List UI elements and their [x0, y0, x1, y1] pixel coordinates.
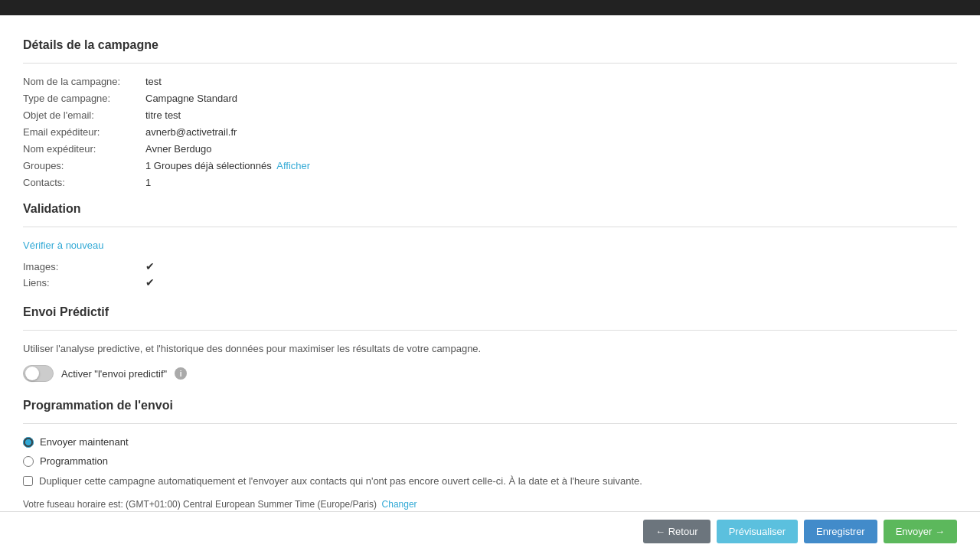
programmation-section: Programmation de l'envoi Envoyer mainten…: [23, 399, 957, 510]
email-subject-row: Objet de l'email: titre test: [23, 109, 957, 121]
radio-prog-label[interactable]: Programmation: [40, 455, 108, 467]
sender-name-value: Avner Berdugo: [145, 143, 212, 155]
validation-section: Validation Vérifier à nouveau Images: ✔ …: [23, 202, 957, 289]
email-subject-label: Objet de l'email:: [23, 109, 145, 121]
sender-name-row: Nom expéditeur: Avner Berdugo: [23, 143, 957, 155]
campaign-name-value: test: [145, 76, 162, 87]
liens-check-row: Liens: ✔: [23, 276, 957, 289]
programmation-title: Programmation de l'envoi: [23, 399, 957, 412]
campaign-type-value: Campagne Standard: [145, 93, 237, 104]
email-sender-row: Email expéditeur: avnerb@activetrail.fr: [23, 126, 957, 138]
liens-label: Liens:: [23, 277, 145, 289]
timezone-text: Votre fuseau horaire est: (GMT+01:00) Ce…: [23, 499, 957, 510]
envoi-desc: Utiliser l'analyse predictive, et l'hist…: [23, 343, 957, 354]
email-sender-label: Email expéditeur:: [23, 126, 145, 138]
envoi-predictif-title: Envoi Prédictif: [23, 305, 957, 319]
email-sender-value: avnerb@activetrail.fr: [145, 126, 237, 138]
duplicate-checkbox[interactable]: [23, 476, 33, 486]
images-check-row: Images: ✔: [23, 260, 957, 272]
radio-prog[interactable]: [23, 456, 34, 467]
envoi-predictif-section: Envoi Prédictif Utiliser l'analyse predi…: [23, 305, 957, 382]
divider-4: [23, 423, 957, 424]
groups-label: Groupes:: [23, 160, 145, 171]
radio-prog-row: Programmation: [23, 455, 957, 467]
contacts-label: Contacts:: [23, 177, 145, 188]
divider-1: [23, 63, 957, 64]
campaign-type-label: Type de campagne:: [23, 93, 145, 104]
enregistrer-button[interactable]: Enregistrer: [804, 520, 877, 543]
radio-now-row: Envoyer maintenant: [23, 436, 957, 448]
bottom-bar: ← Retour Prévisualiser Enregistrer Envoy…: [0, 511, 980, 551]
verify-again-link[interactable]: Vérifier à nouveau: [23, 240, 104, 251]
groups-value: 1 Groupes déjà sélectionnés Afficher: [145, 160, 310, 171]
toggle-row: Activer "l'envoi predictif" i: [23, 365, 957, 382]
images-check: ✔: [145, 260, 155, 272]
changer-link[interactable]: Changer: [382, 499, 417, 510]
campaign-name-label: Nom de la campagne:: [23, 76, 145, 87]
radio-now-label[interactable]: Envoyer maintenant: [40, 436, 129, 448]
info-icon[interactable]: i: [175, 367, 187, 380]
contacts-row: Contacts: 1: [23, 177, 957, 188]
campaign-type-row: Type de campagne: Campagne Standard: [23, 93, 957, 104]
toggle-knob: [25, 367, 39, 380]
divider-3: [23, 330, 957, 331]
previsualiser-button[interactable]: Prévisualiser: [717, 520, 798, 543]
validation-title: Validation: [23, 202, 957, 216]
campaign-name-row: Nom de la campagne: test: [23, 76, 957, 87]
duplicate-label[interactable]: Dupliquer cette campagne automatiquement…: [39, 474, 642, 488]
sender-name-label: Nom expéditeur:: [23, 143, 145, 155]
page-wrapper: Détails de la campagne Nom de la campagn…: [0, 15, 980, 551]
duplicate-checkbox-row: Dupliquer cette campagne automatiquement…: [23, 474, 957, 488]
campaign-details-title: Détails de la campagne: [23, 38, 957, 52]
groups-row: Groupes: 1 Groupes déjà sélectionnés Aff…: [23, 160, 957, 171]
top-bar: [0, 0, 980, 15]
retour-button[interactable]: ← Retour: [643, 520, 710, 543]
envoyer-button[interactable]: Envoyer →: [884, 520, 957, 543]
images-label: Images:: [23, 261, 145, 272]
radio-now[interactable]: [23, 437, 34, 448]
email-subject-value: titre test: [145, 109, 181, 121]
liens-check: ✔: [145, 276, 155, 289]
divider-2: [23, 227, 957, 227]
afficher-link[interactable]: Afficher: [276, 160, 310, 171]
toggle-label: Activer "l'envoi predictif": [61, 368, 167, 380]
predictif-toggle[interactable]: [23, 365, 54, 382]
contacts-value: 1: [145, 177, 151, 188]
